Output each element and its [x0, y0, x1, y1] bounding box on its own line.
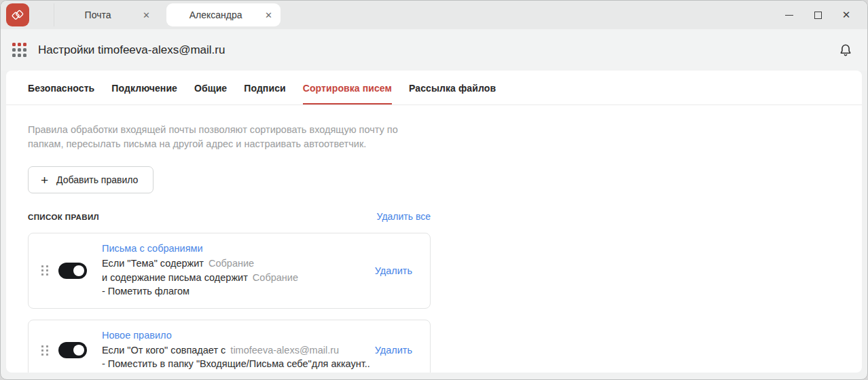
close-window-button[interactable]: ✕: [832, 3, 861, 26]
app-logo[interactable]: [6, 3, 29, 26]
app-window: Почта ✕ Александра ✕ ✕ Настройки timofee…: [0, 0, 868, 380]
toggle-knob: [73, 345, 84, 356]
plus-icon: +: [41, 174, 48, 187]
delete-rule-link[interactable]: Удалить: [375, 265, 412, 276]
maximize-icon: [814, 12, 822, 19]
rule-details: Новое правило Если "От кого" совпадает с…: [102, 330, 369, 371]
rule-action: - Пометить флагом: [102, 284, 369, 299]
settings-nav-tabs: Безопасность Подключение Общие Подписи С…: [6, 71, 862, 105]
rule-card-new-rule: Новое правило Если "От кого" совпадает с…: [28, 320, 431, 373]
settings-header: Настройки timofeeva-alexs@mail.ru: [1, 29, 867, 71]
delete-rule-link[interactable]: Удалить: [375, 345, 412, 356]
rule-enabled-toggle[interactable]: [58, 342, 87, 358]
close-icon[interactable]: ✕: [261, 10, 276, 20]
sorting-rules-section: Правила обработки входящей почты позволя…: [6, 105, 862, 373]
condition-value: timofeeva-alexs@mail.ru: [230, 345, 339, 356]
rule-action: - Поместить в папку "Входящие/Письма себ…: [102, 357, 369, 371]
toggle-knob: [73, 265, 84, 276]
rules-list-header: СПИСОК ПРАВИЛ Удалить все: [28, 211, 431, 222]
tab-label: Александра: [170, 10, 261, 20]
tab-mail-sorting[interactable]: Сортировка писем: [303, 71, 392, 104]
rule-condition: Если "Тема" содержитСобрание: [102, 256, 369, 271]
rule-card-meetings: Письма с собраниями Если "Тема" содержит…: [28, 233, 431, 309]
condition-text: Если "От кого" совпадает с: [102, 345, 225, 356]
tab-file-distribution[interactable]: Рассылка файлов: [409, 71, 496, 104]
rule-condition: и содержание письма содержитСобрание: [102, 271, 369, 285]
window-controls: ✕: [775, 3, 861, 26]
app-logo-icon: [10, 7, 25, 22]
condition-text: и содержание письма содержит: [102, 272, 248, 283]
browser-tab-mail[interactable]: Почта ✕: [54, 3, 157, 26]
rule-title-link[interactable]: Письма с собраниями: [102, 243, 369, 254]
tab-label: Почта: [57, 10, 139, 20]
drag-handle-icon[interactable]: [41, 265, 48, 276]
close-icon: ✕: [842, 9, 851, 21]
add-rule-button[interactable]: + Добавить правило: [28, 166, 153, 193]
rules-description: Правила обработки входящей почты позволя…: [28, 123, 418, 151]
tab-connection[interactable]: Подключение: [111, 71, 177, 104]
minimize-button[interactable]: [775, 3, 803, 26]
action-text: - Пометить флагом: [102, 286, 189, 297]
drag-handle-icon[interactable]: [41, 345, 48, 356]
rule-details: Письма с собраниями Если "Тема" содержит…: [102, 243, 369, 299]
apps-grid-icon[interactable]: [12, 43, 26, 57]
page-title: Настройки timofeeva-alexs@mail.ru: [38, 43, 837, 57]
action-text: - Поместить в папку "Входящие/Письма себ…: [102, 358, 369, 369]
maximize-button[interactable]: [803, 3, 832, 26]
condition-text: Если "Тема" содержит: [102, 258, 204, 269]
rule-condition: Если "От кого" совпадает сtimofeeva-alex…: [102, 343, 369, 358]
condition-value: Собрание: [253, 272, 298, 283]
rule-enabled-toggle[interactable]: [58, 263, 87, 279]
settings-panel: Безопасность Подключение Общие Подписи С…: [6, 71, 862, 373]
tab-general[interactable]: Общие: [194, 71, 227, 104]
window-titlebar: Почта ✕ Александра ✕ ✕: [1, 1, 867, 29]
rules-list-label: СПИСОК ПРАВИЛ: [28, 213, 99, 221]
tab-security[interactable]: Безопасность: [28, 71, 94, 104]
notifications-bell-icon[interactable]: [837, 42, 854, 58]
delete-all-link[interactable]: Удалить все: [377, 211, 431, 222]
condition-value: Собрание: [209, 258, 254, 269]
minimize-icon: [785, 15, 793, 16]
tab-signatures[interactable]: Подписи: [244, 71, 285, 104]
browser-tab-alexandra[interactable]: Александра ✕: [166, 3, 281, 26]
add-rule-label: Добавить правило: [56, 174, 138, 185]
rule-title-link[interactable]: Новое правило: [102, 330, 369, 341]
close-icon[interactable]: ✕: [139, 10, 154, 20]
